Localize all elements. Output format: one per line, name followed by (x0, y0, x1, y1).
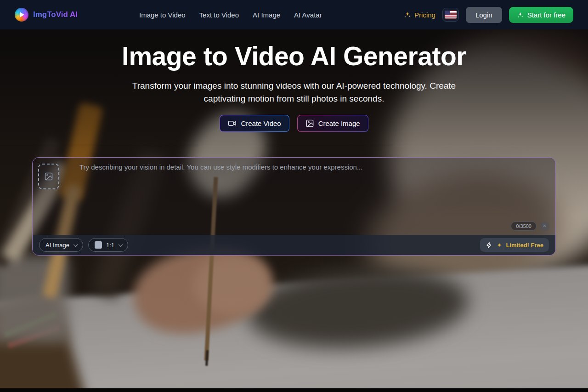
brand-name: ImgToVid AI (33, 10, 78, 19)
page-subtitle: Transform your images into stunning vide… (115, 80, 473, 105)
clear-button[interactable]: ✕ (540, 222, 549, 231)
hero-actions: Create Video Create Image (0, 115, 588, 132)
language-selector[interactable] (442, 8, 459, 22)
aperture-logo-icon (15, 8, 28, 22)
pricing-link[interactable]: Pricing (404, 11, 435, 19)
start-for-free-label: Start for free (527, 11, 565, 19)
start-for-free-button[interactable]: Start for free (509, 7, 573, 23)
nav-item-ai-image[interactable]: AI Image (253, 11, 280, 19)
navbar-right: Pricing Login Start for free (404, 7, 573, 23)
aspect-ratio-square-icon (95, 241, 102, 249)
bottom-black-bar (0, 388, 588, 392)
pricing-label: Pricing (414, 11, 435, 19)
login-button[interactable]: Login (466, 7, 502, 23)
image-upload-icon (44, 172, 53, 181)
character-counter: 0/3500 (511, 222, 537, 231)
chevron-down-icon (74, 242, 78, 247)
nav-item-ai-avatar[interactable]: AI Avatar (294, 11, 322, 19)
create-image-label: Create Image (318, 119, 360, 127)
sparkles-icon (517, 11, 524, 18)
us-flag-icon (445, 11, 457, 19)
composer-toolbar: AI Image 1:1 ✦ Limited! Free (33, 235, 555, 255)
video-camera-icon (228, 119, 237, 128)
hero-section: Image to Video AI Generator Transform yo… (0, 29, 588, 256)
nav-item-image-to-video[interactable]: Image to Video (139, 11, 186, 19)
model-dropdown-value: AI Image (45, 242, 69, 249)
create-image-button[interactable]: Create Image (297, 115, 368, 132)
main-nav: Image to Video Text to Video AI Image AI… (139, 11, 322, 19)
close-icon: ✕ (543, 224, 546, 228)
sparkle-icon: ✦ (497, 242, 502, 249)
page-title: Image to Video AI Generator (0, 41, 588, 72)
nav-item-text-to-video[interactable]: Text to Video (199, 11, 239, 19)
counter-row: 0/3500 ✕ (511, 222, 549, 231)
image-upload-dropzone[interactable] (38, 164, 59, 189)
prompt-composer-panel: 0/3500 ✕ AI Image 1:1 ✦ Limited! Free (32, 157, 556, 256)
create-video-button[interactable]: Create Video (220, 115, 289, 132)
limited-free-label: Limited! Free (506, 242, 543, 249)
navbar: ImgToVid AI Image to Video Text to Video… (0, 0, 588, 29)
lightning-icon (486, 242, 492, 249)
aspect-ratio-dropdown[interactable]: 1:1 (88, 238, 128, 252)
chevron-down-icon (119, 242, 123, 247)
aspect-ratio-value: 1:1 (106, 242, 114, 249)
section-divider (0, 145, 588, 145)
generate-limited-free-button[interactable]: ✦ Limited! Free (480, 238, 549, 252)
sparkles-icon (404, 11, 411, 18)
brand-logo-link[interactable]: ImgToVid AI (15, 8, 78, 22)
prompt-input[interactable] (77, 160, 549, 230)
create-video-label: Create Video (241, 119, 281, 127)
image-icon (305, 119, 314, 128)
model-dropdown[interactable]: AI Image (39, 238, 83, 252)
